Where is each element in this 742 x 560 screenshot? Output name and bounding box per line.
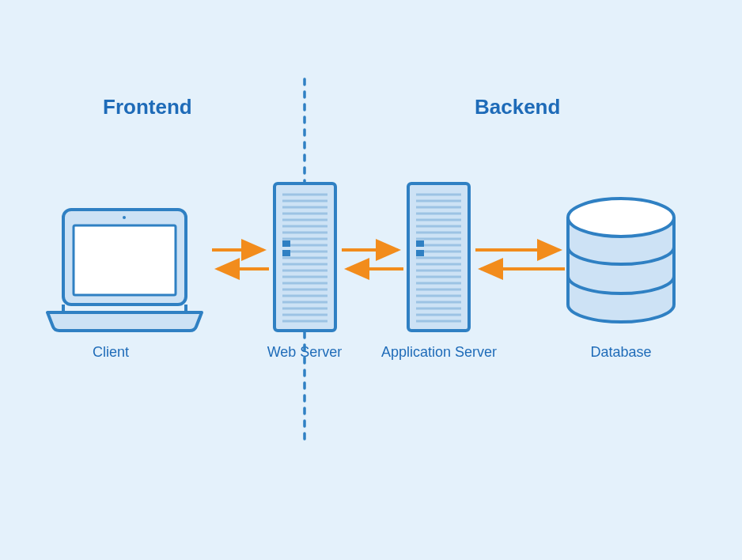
svg-rect-3 — [74, 225, 176, 295]
svg-rect-29 — [282, 250, 290, 256]
app-server-icon — [408, 184, 469, 331]
svg-rect-52 — [416, 240, 424, 247]
web-server-icon — [274, 184, 335, 331]
diagram-svg — [0, 0, 742, 560]
laptop-icon — [47, 210, 202, 331]
svg-point-54 — [568, 199, 674, 236]
svg-rect-28 — [282, 240, 290, 247]
database-icon — [568, 199, 674, 322]
svg-point-2 — [123, 216, 126, 219]
svg-rect-53 — [416, 250, 424, 256]
diagram-canvas: Frontend Backend Client Web Server Appli… — [0, 0, 742, 560]
